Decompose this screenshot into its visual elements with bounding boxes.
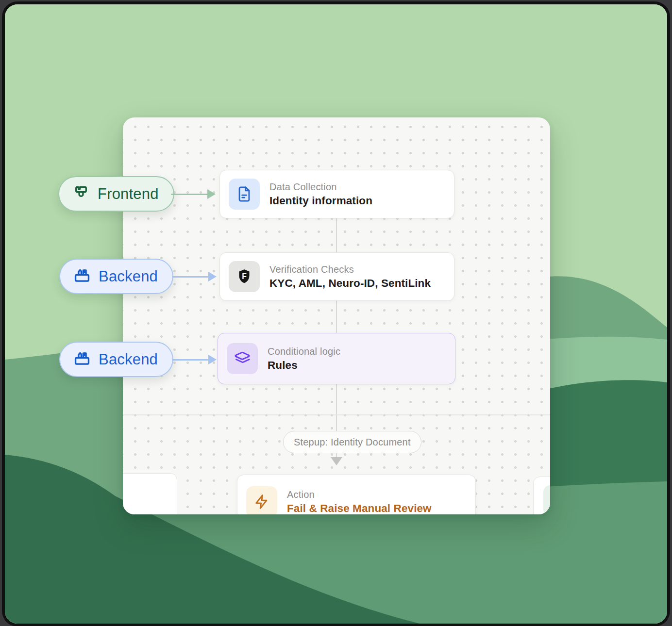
callout-arrow-backend-1	[172, 271, 217, 282]
layers-icon	[227, 343, 258, 374]
callout-arrow-frontend	[171, 189, 216, 199]
toolbox-icon	[73, 266, 91, 287]
file-text-icon	[229, 179, 260, 210]
zap-icon	[246, 486, 277, 514]
flow-node-partial-right[interactable]	[533, 477, 550, 514]
node-title: Rules	[268, 359, 340, 372]
flow-node-partial-left[interactable]	[123, 473, 177, 514]
callout-label: Backend	[99, 351, 158, 368]
node-title: Fail & Raise Manual Review	[287, 502, 432, 515]
node-category: Action	[287, 489, 432, 500]
callout-backend-2: Backend	[59, 342, 173, 377]
flow-node-action[interactable]: Action Fail & Raise Manual Review	[237, 475, 476, 514]
node-category: Conditional logic	[268, 346, 340, 357]
callout-arrow-backend-2	[172, 354, 217, 365]
node-category: Verification Checks	[269, 264, 431, 275]
toolbox-icon	[73, 349, 91, 370]
flow-canvas[interactable]: Data Collection Identity information F V…	[123, 117, 550, 514]
screenshot-stage: Data Collection Identity information F V…	[0, 0, 672, 626]
flow-node-conditional-logic[interactable]: Conditional logic Rules	[218, 333, 455, 384]
node-title: KYC, AML, Neuro-ID, SentiLink	[269, 277, 431, 290]
flow-node-verification-checks[interactable]: F Verification Checks KYC, AML, Neuro-ID…	[219, 252, 454, 301]
callout-frontend: Frontend	[58, 176, 174, 212]
svg-text:F: F	[242, 272, 247, 280]
node-category: Data Collection	[269, 181, 372, 193]
paintbrush-icon	[72, 184, 90, 204]
flow-node-data-collection[interactable]: Data Collection Identity information	[219, 170, 454, 218]
swimlane-divider	[123, 414, 550, 415]
callout-backend-1: Backend	[59, 259, 173, 294]
edge-label-stepup[interactable]: Stepup: Identity Document	[283, 431, 421, 453]
shield-f-icon: F	[229, 261, 260, 292]
connector-arrowhead-icon	[331, 457, 342, 465]
node-title: Identity information	[269, 195, 372, 207]
callout-label: Frontend	[98, 185, 159, 203]
callout-label: Backend	[99, 268, 158, 285]
